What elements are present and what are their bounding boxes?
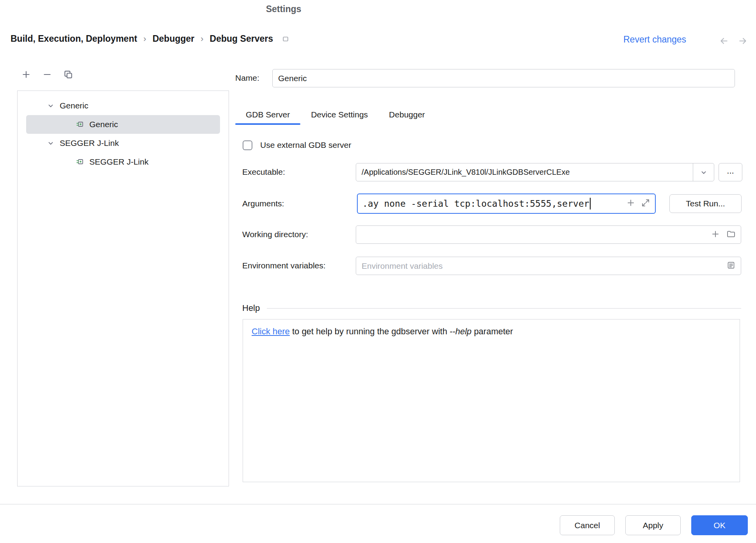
arguments-input[interactable]: .ay none -serial tcp:localhost:5555,serv… [357,193,656,214]
tree-item-label: SEGGER J-Link [60,138,119,148]
help-text: to get help by running the gdbserver wit… [290,327,450,336]
tree-item-segger-jlink[interactable]: SEGGER J-Link [18,153,229,171]
ok-button[interactable]: OK [691,515,748,535]
tree-toolbar [21,69,73,80]
working-directory-icons [711,225,736,244]
history-nav [719,36,748,48]
server-tabs: GDB Server Device Settings Debugger [235,105,435,125]
arguments-field-icons [626,198,650,209]
executable-combobox[interactable]: /Applications/SEGGER/JLink_V810l/JLinkGD… [356,163,714,181]
help-box: Click here to get help by running the gd… [243,319,740,482]
working-directory-input[interactable] [356,225,741,244]
breadcrumb-item-debug-servers: Debug Servers [210,34,273,44]
debug-server-icon [75,157,85,167]
settings-dialog: Settings Build, Execution, Deployment › … [0,0,756,543]
folder-icon[interactable] [726,229,736,240]
footer-divider [0,504,756,504]
cancel-button[interactable]: Cancel [560,515,615,535]
use-external-gdb-label: Use external GDB server [260,140,351,150]
remove-icon[interactable] [42,69,52,80]
breadcrumb: Build, Execution, Deployment › Debugger … [11,34,289,44]
add-macro-icon[interactable] [711,229,720,240]
copy-icon[interactable] [63,69,73,80]
debug-server-icon [75,120,85,129]
help-click-here-link[interactable]: Click here [252,327,290,336]
help-divider [267,308,741,309]
environment-variables-label: Environment variables: [242,261,326,270]
back-arrow-icon[interactable] [719,36,729,48]
active-tab-underline [235,123,300,125]
tab-label: Debugger [389,110,425,119]
name-label: Name: [235,73,259,83]
tab-debugger[interactable]: Debugger [378,105,435,125]
test-run-button[interactable]: Test Run... [669,194,742,213]
tab-label: Device Settings [311,110,368,119]
use-external-gdb-checkbox[interactable] [243,140,252,150]
add-icon[interactable] [21,69,31,80]
chevron-down-icon[interactable] [693,163,714,181]
apply-button[interactable]: Apply [625,515,681,535]
tree-item-label: Generic [89,120,118,129]
use-external-gdb-row: Use external GDB server [243,136,351,154]
executable-label: Executable: [242,167,285,177]
list-icon[interactable] [726,261,736,272]
working-directory-field [356,225,741,244]
browse-executable-button[interactable]: ... [719,163,742,181]
chevron-down-icon[interactable] [46,139,55,147]
help-section-label: Help [242,303,260,313]
working-directory-label: Working directory: [242,230,308,239]
tab-device-settings[interactable]: Device Settings [300,105,378,125]
add-macro-icon[interactable] [626,198,635,209]
footer-buttons: Cancel Apply OK [560,515,748,535]
arguments-value: .ay none -serial tcp:localhost:5555,serv… [362,199,589,209]
breadcrumb-separator: › [201,34,203,44]
tree-item-label: SEGGER J-Link [89,157,149,167]
tree-item-label: Generic [60,101,89,110]
frame-icon [282,35,289,43]
environment-variables-field [356,257,741,275]
tab-gdb-server[interactable]: GDB Server [235,105,300,125]
arguments-label: Arguments: [242,199,284,208]
environment-variables-input[interactable] [356,257,741,275]
forward-arrow-icon[interactable] [738,36,748,48]
chevron-down-icon[interactable] [46,101,55,110]
breadcrumb-separator: › [144,34,146,44]
environment-variables-icons [726,257,736,275]
help-section-header: Help [242,303,741,313]
tree-item-generic[interactable]: Generic [26,115,220,134]
expand-icon[interactable] [641,198,650,209]
revert-changes-link[interactable]: Revert changes [623,34,686,45]
text-cursor [590,198,591,209]
breadcrumb-item-build-execution-deployment[interactable]: Build, Execution, Deployment [11,34,137,44]
tab-label: GDB Server [246,110,290,119]
breadcrumb-item-debugger[interactable]: Debugger [153,34,194,44]
help-text-end: parameter [472,327,513,336]
server-tree: Generic Generic SEGGER J-Link [17,90,229,486]
name-input[interactable] [272,69,735,87]
tree-group-generic[interactable]: Generic [18,96,229,115]
help-flag-text: --help [450,327,472,336]
dialog-title: Settings [0,4,567,14]
executable-value: /Applications/SEGGER/JLink_V810l/JLinkGD… [356,168,693,177]
tree-group-segger-jlink[interactable]: SEGGER J-Link [18,134,229,153]
